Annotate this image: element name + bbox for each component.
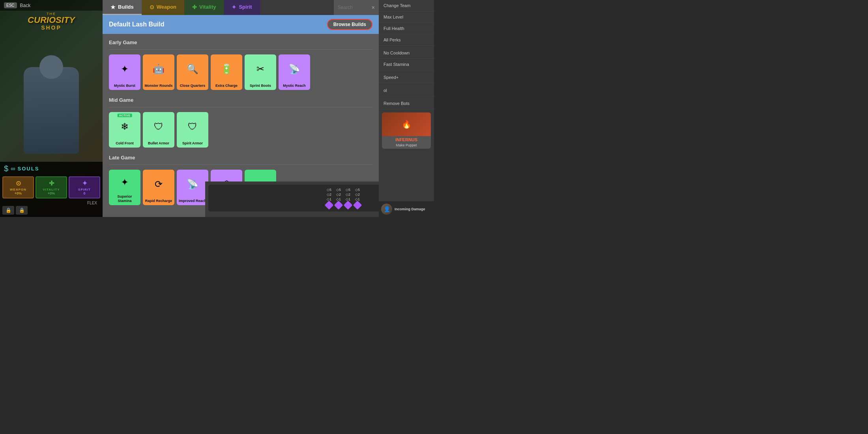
right-menu-item[interactable]: Remove Bots bbox=[379, 98, 434, 109]
tabs-bar: ★ Builds ⊙ Weapon ✚ Vitality ✦ Spirit × bbox=[103, 0, 379, 15]
tracker-diamond bbox=[344, 201, 353, 210]
spirit-stat-btn[interactable]: ✦ SPIRIT 0 bbox=[69, 176, 100, 198]
tab-vitality-label: Vitality bbox=[199, 4, 216, 10]
flex-row: FLEX bbox=[2, 201, 100, 205]
right-menu-item[interactable]: Max Level bbox=[379, 11, 434, 23]
item-card[interactable]: 🔋Extra Charge bbox=[211, 54, 242, 90]
tab-weapon-label: Weapon bbox=[157, 4, 176, 10]
spirit-stat-icon: ✦ bbox=[71, 180, 98, 187]
lock-icons-row: 🔒 🔒 bbox=[2, 206, 100, 215]
early-game-label: Early Game bbox=[109, 39, 372, 45]
main-panel: ★ Builds ⊙ Weapon ✚ Vitality ✦ Spirit × … bbox=[103, 0, 379, 217]
vitality-stat-btn[interactable]: ✚ VITALITY +0% bbox=[36, 176, 67, 198]
tab-builds[interactable]: ★ Builds bbox=[103, 0, 142, 15]
infernus-action[interactable]: Make Puppet bbox=[382, 143, 431, 149]
tracker-col: ◇5◇2◇1 bbox=[345, 188, 351, 208]
weapon-stat-val: +0% bbox=[15, 191, 22, 195]
shop-curiosity-text: CURIOSITY bbox=[28, 16, 75, 24]
weapon-stat-icon: ⊙ bbox=[5, 180, 32, 187]
item-icon-area: ✂ bbox=[245, 54, 276, 84]
tracker-row: ◇5◇2◇1◇5◇2◇1◇5◇2◇1◇5◇2◇1 bbox=[326, 188, 361, 208]
tracker-col: ◇5◇2◇1 bbox=[335, 188, 342, 208]
right-menu-item[interactable]: Change Team bbox=[379, 0, 434, 11]
weapon-stat-name: WEAPON bbox=[5, 188, 32, 191]
top-bar: ESC Back bbox=[0, 0, 103, 11]
tab-weapon[interactable]: ⊙ Weapon bbox=[142, 0, 184, 15]
item-card[interactable]: 📡Improved Reach bbox=[177, 170, 208, 205]
item-card[interactable]: 🤖Monster Rounds bbox=[143, 54, 174, 90]
mid-game-divider bbox=[109, 107, 372, 107]
item-name: Spirit Armor bbox=[181, 141, 204, 146]
item-card[interactable]: ✂Sprint Boots bbox=[245, 54, 276, 90]
lock-icon-2: 🔒 bbox=[16, 206, 28, 215]
early-game-divider bbox=[109, 49, 372, 50]
tracker-diamond bbox=[353, 201, 362, 210]
early-game-items: ✦Mystic Burst🤖Monster Rounds🔍Close Quart… bbox=[109, 54, 372, 90]
incoming-damage-label: Incoming Damage bbox=[395, 207, 425, 211]
item-name: Mystic Burst bbox=[113, 84, 137, 88]
item-name: Sprint Boots bbox=[249, 84, 272, 88]
item-icon-area: ❄ACTIVE bbox=[109, 112, 140, 141]
right-menu-item[interactable]: Fast Stamina bbox=[379, 59, 434, 70]
browse-builds-button[interactable]: Browse Builds bbox=[327, 19, 372, 30]
item-card[interactable]: ✦Mystic Burst bbox=[109, 54, 140, 90]
item-name: Bullet Armor bbox=[147, 141, 170, 146]
tab-builds-label: Builds bbox=[118, 4, 134, 10]
right-menu-item[interactable]: Speed+ bbox=[379, 72, 434, 83]
search-close-icon[interactable]: × bbox=[372, 4, 375, 11]
vitality-stat-icon: ✚ bbox=[38, 180, 65, 187]
souls-label: SOULS bbox=[18, 166, 39, 172]
tracker-col: ◇5◇2◇1 bbox=[326, 188, 332, 208]
tab-spirit-label: Spirit bbox=[239, 4, 252, 10]
item-icon-area: ⟳ bbox=[143, 170, 174, 199]
item-card[interactable]: ❄ACTIVECold Front bbox=[109, 112, 140, 148]
right-menu-item[interactable]: Full Health bbox=[379, 23, 434, 34]
search-tab[interactable]: × bbox=[334, 0, 379, 15]
item-card[interactable]: 📡Mystic Reach bbox=[279, 54, 310, 90]
item-name: Rapid Recharge bbox=[144, 199, 174, 203]
left-panel: ESC Back THE CURIOSITY SHOP $ ∞ SOULS ⊙ … bbox=[0, 0, 103, 217]
shop-logo: THE CURIOSITY SHOP bbox=[28, 12, 75, 31]
item-name: Mystic Reach bbox=[282, 84, 307, 88]
infernus-image: 🔥 bbox=[382, 112, 431, 136]
late-game-divider bbox=[109, 165, 372, 165]
right-panel: Change TeamMax LevelFull HealthAll Perks… bbox=[379, 0, 434, 217]
infinity-icon: ∞ bbox=[11, 165, 15, 172]
item-card[interactable]: 🔍Close Quarters bbox=[177, 54, 208, 90]
search-input[interactable] bbox=[338, 5, 369, 10]
active-badge: ACTIVE bbox=[118, 114, 132, 117]
right-menu-item[interactable]: ol bbox=[379, 85, 434, 96]
tracker-mid-num: ◇2 bbox=[327, 193, 331, 196]
item-card[interactable]: 🛡Bullet Armor bbox=[143, 112, 174, 148]
right-menu-item[interactable]: No Cooldown bbox=[379, 47, 434, 59]
character-silhouette bbox=[24, 67, 79, 154]
shop-subtitle-text: SHOP bbox=[28, 24, 75, 31]
right-menu-item[interactable]: All Perks bbox=[379, 34, 434, 46]
tab-vitality[interactable]: ✚ Vitality bbox=[184, 0, 224, 15]
esc-button[interactable]: ESC bbox=[4, 2, 17, 8]
item-name: Close Quarters bbox=[179, 84, 207, 88]
incoming-avatar: 👤 bbox=[381, 204, 392, 215]
build-title: Default Lash Build bbox=[109, 21, 164, 28]
mid-game-items: ❄ACTIVECold Front🛡Bullet Armor🛡Spirit Ar… bbox=[109, 112, 372, 148]
spirit-stat-name: SPIRIT bbox=[71, 188, 98, 191]
tracker-diamond bbox=[334, 201, 343, 210]
item-icon-area: ✦ bbox=[109, 170, 140, 195]
item-card[interactable]: ✦Superior Stamina bbox=[109, 170, 140, 205]
item-icon-area: 📡 bbox=[177, 170, 208, 199]
weapon-stat-btn[interactable]: ⊙ WEAPON +0% bbox=[2, 176, 34, 198]
item-icon-area: 🔋 bbox=[211, 54, 242, 84]
item-card[interactable]: 🛡Spirit Armor bbox=[177, 112, 208, 148]
tab-spirit[interactable]: ✦ Spirit bbox=[224, 0, 260, 15]
souls-icon: $ bbox=[4, 164, 8, 173]
spirit-stat-val: 0 bbox=[83, 191, 85, 195]
item-card[interactable]: ⟳Rapid Recharge bbox=[143, 170, 174, 205]
item-icon-area: 🤖 bbox=[143, 54, 174, 84]
tracker-diamond bbox=[325, 201, 334, 210]
back-label[interactable]: Back bbox=[20, 3, 31, 8]
tracker-top-num: ◇5 bbox=[346, 188, 350, 192]
item-icon-area: ✦ bbox=[109, 54, 140, 84]
character-area bbox=[0, 51, 103, 170]
vitality-stat-name: VITALITY bbox=[38, 188, 65, 191]
lock-icon-1: 🔒 bbox=[2, 206, 14, 215]
